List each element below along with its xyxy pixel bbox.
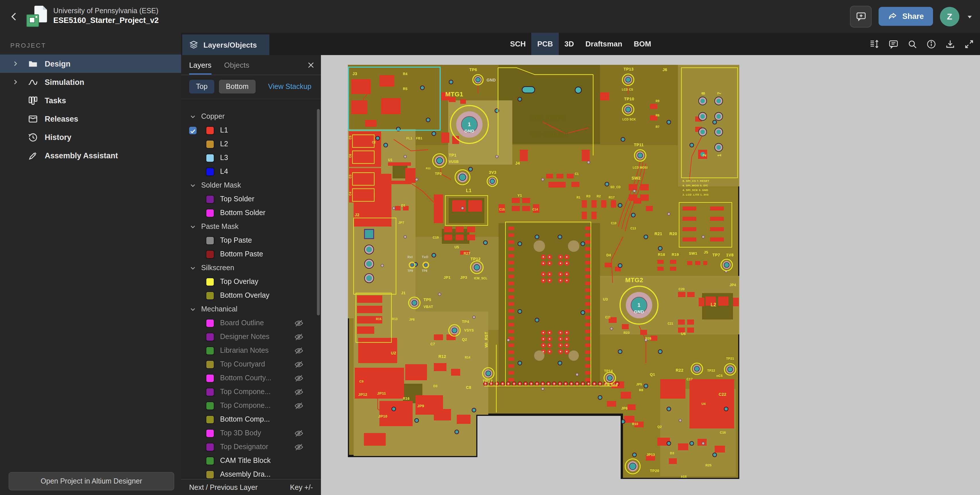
layer-row-l3[interactable]: L3 <box>181 151 321 164</box>
layer-color-swatch[interactable] <box>206 361 214 368</box>
layer-color-swatch[interactable] <box>206 140 214 148</box>
tab-sch[interactable]: SCH <box>504 33 531 55</box>
layer-row-board-outline[interactable]: Board Outline <box>181 316 321 330</box>
layer-row-bottom-courty[interactable]: Bottom Courty... <box>181 371 321 385</box>
eye-off-icon[interactable] <box>294 332 304 342</box>
layer-color-swatch[interactable] <box>206 209 214 217</box>
layer-row-l1[interactable]: L1 <box>181 123 321 137</box>
layer-color-swatch[interactable] <box>206 430 214 437</box>
history-icon <box>27 132 38 142</box>
layer-color-swatch[interactable] <box>206 319 214 327</box>
layer-group-silkscreen[interactable]: Silkscreen <box>181 261 321 275</box>
chevron-down-icon[interactable] <box>966 13 973 20</box>
layer-group-name: Solder Mask <box>201 181 241 189</box>
layer-row-top-paste[interactable]: Top Paste <box>181 233 321 247</box>
sim-icon <box>27 77 38 87</box>
layer-row-assembly-dra[interactable]: Assembly Dra... <box>181 468 321 479</box>
panel-tab-layers[interactable]: Layers <box>189 55 212 75</box>
svg-text:C22: C22 <box>719 392 726 397</box>
layer-color-swatch[interactable] <box>206 347 214 354</box>
info-icon[interactable] <box>926 39 937 49</box>
layer-group-name: Mechanical <box>201 305 237 313</box>
eye-off-icon[interactable] <box>294 318 304 328</box>
layer-row-top-designator[interactable]: Top Designator <box>181 440 321 454</box>
layer-row-librarian-notes[interactable]: Librarian Notes <box>181 343 321 357</box>
layer-row-l2[interactable]: L2 <box>181 137 321 151</box>
layer-color-swatch[interactable] <box>206 292 214 299</box>
layer-checkbox-checked[interactable] <box>189 126 197 134</box>
search-icon[interactable] <box>907 39 918 49</box>
layer-group-solder-mask[interactable]: Solder Mask <box>181 178 321 192</box>
layer-color-swatch[interactable] <box>206 168 214 175</box>
rows-icon[interactable] <box>869 39 880 49</box>
eye-off-icon[interactable] <box>294 428 304 438</box>
eye-off-icon[interactable] <box>294 359 304 369</box>
panel-scrollbar-thumb[interactable] <box>317 109 320 316</box>
layer-row-cam-title-block[interactable]: CAM Title Block <box>181 454 321 468</box>
layer-color-swatch[interactable] <box>206 333 214 340</box>
tab-pcb[interactable]: PCB <box>531 33 559 55</box>
layer-row-top-compone[interactable]: Top Compone... <box>181 399 321 412</box>
eye-off-icon[interactable] <box>294 442 304 452</box>
sidebar-item-simulation[interactable]: Simulation <box>0 73 181 91</box>
eye-off-icon[interactable] <box>294 387 304 397</box>
sidebar-item-history[interactable]: History <box>0 128 181 146</box>
pcb-board[interactable]: J3R4R5TP6GNDMTG1FL1FB1C2C5C6C3C4U1R11TP1… <box>348 65 739 479</box>
sidebar-item-releases[interactable]: Releases <box>0 110 181 128</box>
layer-color-swatch[interactable] <box>206 374 214 382</box>
layer-row-designer-notes[interactable]: Designer Notes <box>181 330 321 343</box>
layers-objects-tab[interactable]: Layers/Objects <box>182 34 269 55</box>
layer-color-swatch[interactable] <box>206 443 214 450</box>
layer-group-copper[interactable]: Copper <box>181 110 321 123</box>
layer-color-swatch[interactable] <box>206 402 214 409</box>
close-icon[interactable] <box>306 60 315 69</box>
layer-group-mechanical[interactable]: Mechanical <box>181 302 321 316</box>
back-button[interactable] <box>8 10 21 23</box>
layer-checkbox-slot <box>189 388 197 396</box>
avatar[interactable]: Z <box>940 6 959 26</box>
layer-row-top-courtyard[interactable]: Top Courtyard <box>181 357 321 371</box>
layer-color-swatch[interactable] <box>206 471 214 478</box>
view-stackup-link[interactable]: View Stackup <box>268 83 312 91</box>
layer-row-bottom-paste[interactable]: Bottom Paste <box>181 247 321 261</box>
eye-off-icon[interactable] <box>294 401 304 410</box>
layer-group-paste-mask[interactable]: Paste Mask <box>181 220 321 233</box>
layer-row-top-3d-body[interactable]: Top 3D Body <box>181 426 321 440</box>
eye-off-icon[interactable] <box>294 346 304 355</box>
sidebar-item-assembly-assistant[interactable]: Assembly Assistant <box>0 146 181 164</box>
add-comment-button[interactable] <box>850 5 872 27</box>
tab-draftsman[interactable]: Draftsman <box>580 33 628 55</box>
releases-icon <box>27 113 38 124</box>
layer-row-top-compone[interactable]: Top Compone... <box>181 385 321 399</box>
panel-tab-objects[interactable]: Objects <box>224 55 249 75</box>
layer-row-top-overlay[interactable]: Top Overlay <box>181 275 321 289</box>
layer-color-swatch[interactable] <box>206 457 214 464</box>
layer-row-bottom-solder[interactable]: Bottom Solder <box>181 206 321 220</box>
expand-icon[interactable] <box>964 39 974 49</box>
layer-color-swatch[interactable] <box>206 388 214 396</box>
sidebar-item-tasks[interactable]: Tasks <box>0 91 181 110</box>
tab-bom[interactable]: BOM <box>628 33 657 55</box>
layer-color-swatch[interactable] <box>206 251 214 258</box>
comment-icon[interactable] <box>888 39 899 49</box>
layer-row-bottom-comp[interactable]: Bottom Comp... <box>181 412 321 426</box>
open-in-altium-button[interactable]: Open Project in Altium Designer <box>9 472 174 490</box>
download-icon[interactable] <box>945 39 955 49</box>
eye-off-icon[interactable] <box>294 373 304 383</box>
top-side-button[interactable]: Top <box>189 80 214 94</box>
layer-color-swatch[interactable] <box>206 415 214 423</box>
layer-row-l4[interactable]: L4 <box>181 164 321 178</box>
pcb-viewport[interactable]: J3R4R5TP6GNDMTG1FL1FB1C2C5C6C3C4U1R11TP1… <box>321 55 980 495</box>
layer-row-bottom-overlay[interactable]: Bottom Overlay <box>181 289 321 302</box>
layer-row-top-solder[interactable]: Top Solder <box>181 192 321 206</box>
share-button[interactable]: Share <box>879 7 933 26</box>
layer-color-swatch[interactable] <box>206 195 214 203</box>
layer-color-swatch[interactable] <box>206 126 214 134</box>
bottom-side-button[interactable]: Bottom <box>219 80 255 94</box>
layer-color-swatch[interactable] <box>206 154 214 161</box>
layer-color-swatch[interactable] <box>206 278 214 285</box>
tab-3d[interactable]: 3D <box>559 33 580 55</box>
layer-name: Top Compone... <box>220 388 294 396</box>
sidebar-item-design[interactable]: Design <box>0 54 181 73</box>
layer-color-swatch[interactable] <box>206 236 214 244</box>
